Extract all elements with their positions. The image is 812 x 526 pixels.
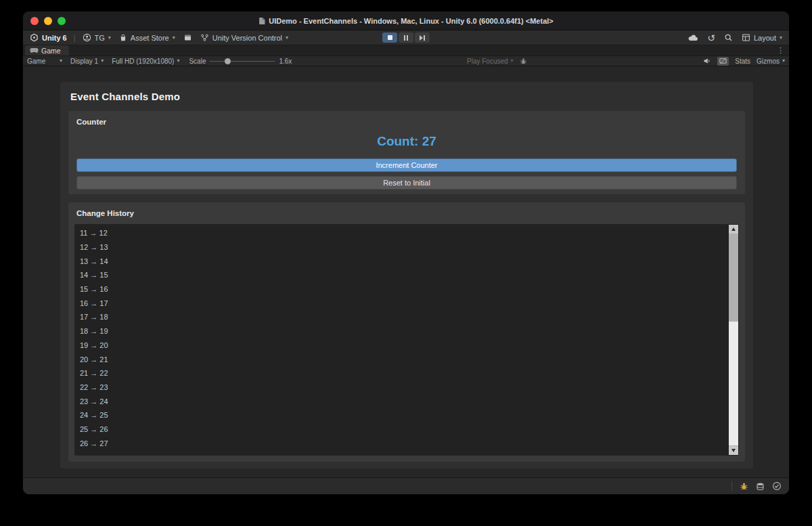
tab-game-label: Game — [41, 47, 61, 55]
toolbar-divider: | — [74, 34, 76, 42]
history-entry: 12 → 13 — [80, 240, 739, 255]
play-focused-label: Play Focused — [467, 58, 508, 65]
version-control-menu[interactable]: Unity Version Control ▾ — [200, 33, 288, 42]
window-title: UIDemo - EventChannels - Windows, Mac, L… — [269, 17, 553, 25]
counter-panel: Counter Count: 27 Increment Counter Rese… — [68, 111, 745, 194]
close-window-button[interactable] — [30, 17, 39, 25]
package-manager-button[interactable] — [183, 33, 192, 42]
scale-slider-track — [210, 61, 275, 62]
account-menu[interactable]: TG ▾ — [83, 33, 111, 42]
history-entry: 13 → 14 — [80, 254, 739, 268]
history-scrollview[interactable]: 11 → 12 12 → 13 13 → 14 14 → 15 15 → 16 … — [74, 224, 739, 456]
scale-slider-knob[interactable] — [225, 58, 231, 64]
step-icon — [420, 35, 425, 41]
history-entry: 22 → 23 — [80, 380, 739, 395]
cloud-icon[interactable] — [688, 34, 698, 41]
view-mode-label: Game — [27, 58, 45, 65]
demo-container: Event Channels Demo Counter Count: 27 In… — [60, 82, 753, 468]
game-viewport: Event Channels Demo Counter Count: 27 In… — [23, 66, 789, 477]
burst-bug-icon[interactable] — [740, 482, 748, 491]
account-label: TG — [95, 34, 105, 42]
pause-icon — [404, 35, 408, 41]
scroll-down-button[interactable] — [729, 446, 738, 455]
undo-history-icon[interactable]: ↺ — [707, 32, 715, 43]
asset-store-label: Asset Store — [131, 34, 169, 42]
titlebar: UIDemo - EventChannels - Windows, Mac, L… — [23, 12, 789, 30]
display-label: Display 1 — [70, 58, 98, 65]
history-entry: 16 → 17 — [80, 296, 739, 310]
scroll-up-button[interactable] — [729, 225, 738, 234]
history-panel-label: Change History — [76, 209, 134, 217]
resolution-dropdown[interactable]: Full HD (1920x1080) ▾ — [108, 56, 183, 66]
fullscreen-window-button[interactable] — [58, 17, 66, 25]
unity-version-menu[interactable]: Unity 6 — [30, 33, 67, 42]
gizmos-dropdown[interactable]: Gizmos ▾ — [757, 58, 785, 65]
resolution-label: Full HD (1920x1080) — [112, 58, 174, 65]
tab-strip: Game ⋮ — [23, 45, 789, 56]
history-entry: 11 → 12 — [80, 226, 739, 240]
count-value: Count: 27 — [68, 134, 745, 149]
layout-menu[interactable]: Layout ▾ — [742, 33, 782, 42]
vsync-toggle-button[interactable] — [717, 57, 729, 66]
debug-bug-icon[interactable] — [520, 58, 527, 65]
play-focused-dropdown[interactable]: Play Focused ▾ — [463, 56, 518, 66]
step-button[interactable] — [415, 32, 430, 43]
chevron-down-icon: ▾ — [286, 35, 288, 41]
chevron-down-icon: ▾ — [173, 35, 175, 41]
search-icon[interactable] — [724, 33, 733, 42]
scrollbar-thumb[interactable] — [729, 322, 738, 445]
history-entry: 14 → 15 — [80, 268, 739, 282]
history-entry: 19 → 20 — [80, 338, 739, 353]
history-entries: 11 → 12 12 → 13 13 → 14 14 → 15 15 → 16 … — [74, 224, 739, 450]
history-entry: 20 → 21 — [80, 352, 739, 366]
asset-store-menu[interactable]: Asset Store ▾ — [119, 34, 175, 42]
display-dropdown[interactable]: Display 1 ▾ — [66, 56, 108, 66]
mute-audio-icon[interactable] — [703, 57, 711, 65]
chevron-down-icon: ▾ — [780, 35, 782, 41]
counter-panel-label: Counter — [76, 118, 106, 126]
scale-slider[interactable] — [210, 58, 275, 64]
unity-document-icon — [258, 17, 265, 25]
increment-counter-button[interactable]: Increment Counter — [76, 158, 737, 172]
reset-to-initial-button[interactable]: Reset to Initial — [76, 176, 737, 190]
cache-server-layers-icon[interactable] — [756, 482, 765, 491]
unity-logo-icon — [30, 33, 39, 42]
tab-options-kebab-icon[interactable]: ⋮ — [777, 46, 784, 55]
history-entry: 17 → 18 — [80, 310, 739, 324]
layout-label: Layout — [754, 34, 776, 42]
unity-version-label: Unity 6 — [42, 34, 67, 42]
chevron-down-icon: ▾ — [782, 58, 785, 64]
history-entry: 23 → 24 — [80, 394, 739, 408]
version-control-label: Unity Version Control — [212, 34, 282, 42]
traffic-lights — [23, 17, 66, 25]
chevron-down-icon: ▾ — [101, 58, 104, 64]
gamepad-icon — [30, 47, 39, 53]
package-icon — [183, 33, 192, 42]
history-entry: 21 → 22 — [80, 366, 739, 380]
gizmos-label: Gizmos — [757, 58, 780, 65]
page-title: Event Channels Demo — [70, 91, 180, 102]
status-bar — [23, 477, 789, 494]
status-divider — [731, 481, 732, 491]
game-view-toolbar: Game ▾ Display 1 ▾ Full HD (1920x1080) ▾… — [23, 56, 789, 66]
chevron-down-icon: ▾ — [177, 58, 179, 64]
tab-game[interactable]: Game — [25, 45, 69, 56]
minimize-window-button[interactable] — [44, 17, 52, 25]
view-mode-dropdown[interactable]: Game ▾ — [23, 56, 66, 66]
history-scrollbar[interactable] — [729, 225, 738, 455]
history-entry: 24 → 25 — [80, 408, 739, 422]
history-panel: Change History 11 → 12 12 → 13 13 → 14 1… — [68, 202, 745, 462]
triangle-down-icon — [731, 449, 736, 452]
stats-toggle[interactable]: Stats — [735, 58, 750, 65]
progress-check-circle-icon[interactable] — [772, 481, 782, 491]
scale-value: 1.6x — [279, 58, 292, 65]
scale-label: Scale — [189, 58, 206, 65]
chevron-down-icon: ▾ — [60, 58, 62, 64]
history-entry: 15 → 16 — [80, 282, 739, 297]
account-icon — [83, 33, 91, 42]
pause-button[interactable] — [399, 32, 413, 43]
vsync-icon — [719, 58, 727, 64]
play-stop-button[interactable] — [382, 32, 397, 43]
history-entry: 26 → 27 — [80, 436, 739, 450]
version-control-icon — [200, 33, 209, 42]
